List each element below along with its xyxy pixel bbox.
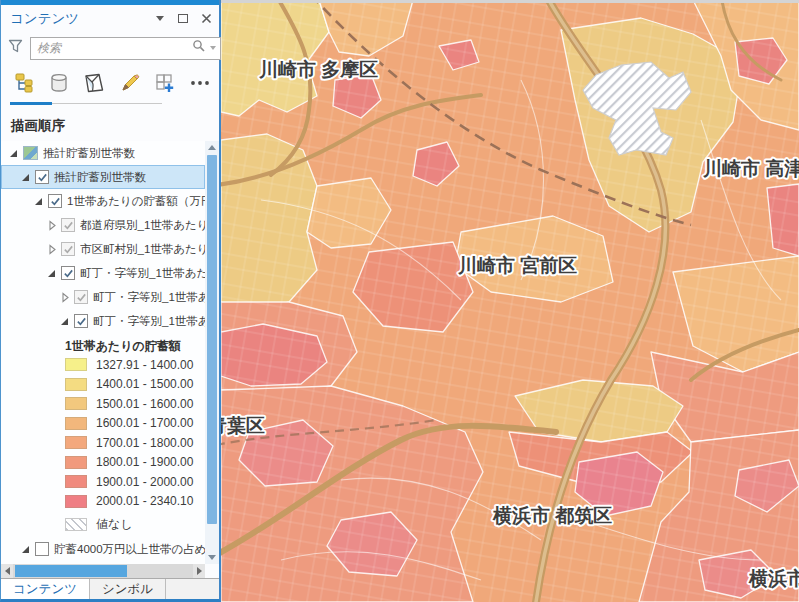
layer-label: 町丁・字等別_1世帯あたり (93, 314, 205, 329)
legend-swatch (65, 456, 87, 469)
layer-label: 町丁・字等別_1世帯あたりの (80, 266, 205, 281)
layer-checkbox[interactable] (35, 170, 49, 184)
layer-label: 推計貯蓄別世帯数 (43, 146, 135, 161)
expander-collapsed-icon[interactable] (45, 244, 58, 255)
legend-swatch (65, 436, 87, 449)
legend-label: 1700.01 - 1800.00 (96, 436, 193, 450)
legend-label: 1600.01 - 1700.00 (96, 416, 193, 430)
tree-row-district[interactable]: 町丁・字等別_1世帯あたりの (1, 261, 205, 285)
legend-label: 1500.01 - 1600.00 (96, 397, 193, 411)
map-svg[interactable]: 川崎市 多摩区 川崎市 高津区 川崎市 宮前区 横浜市 青葉区 横浜市 都筑区 … (221, 0, 799, 602)
legend-item: 1600.01 - 1700.00 (1, 414, 205, 434)
h-scrollbar-thumb[interactable] (15, 565, 127, 577)
legend-swatch (65, 378, 87, 391)
layer-checkbox-unchecked[interactable] (35, 542, 49, 556)
map-label-yokohama: 横浜市 (748, 568, 799, 589)
tree-vertical-scrollbar[interactable] (205, 141, 219, 564)
layer-label: 都道府県別_1世帯あたりの貯 (80, 218, 205, 233)
filter-icon[interactable] (8, 39, 23, 57)
layer-checkbox[interactable] (74, 314, 88, 328)
expander-expanded-icon[interactable] (19, 546, 32, 553)
map-label-tsuzuki: 横浜市 都筑区 (492, 505, 612, 526)
legend-item: 2000.01 - 2340.10 (1, 492, 205, 512)
map-top-border (221, 0, 799, 3)
legend-item: 1700.01 - 1800.00 (1, 433, 205, 453)
expander-expanded-icon[interactable] (19, 174, 32, 181)
layer-checkbox-disabled[interactable] (61, 242, 75, 256)
more-options-icon[interactable] (185, 68, 215, 99)
tree-row-district-a[interactable]: 町丁・字等別_1世帯あたり (1, 285, 205, 309)
tree-row-savings-40m[interactable]: 貯蓄4000万円以上世帯の占め (1, 537, 205, 561)
layer-tree: 推計貯蓄別世帯数 推計貯蓄別世帯数 1世帯あたりの貯蓄額（万円） (1, 141, 205, 564)
legend-label: 1900.01 - 2000.00 (96, 475, 193, 489)
contents-toolbar (1, 64, 219, 102)
search-dropdown-icon[interactable] (210, 46, 216, 50)
expander-expanded-icon[interactable] (7, 150, 20, 157)
scroll-down-icon[interactable] (205, 551, 219, 564)
expander-expanded-icon[interactable] (32, 198, 45, 205)
scroll-left-icon[interactable] (1, 564, 13, 578)
pane-title: コンテンツ (10, 10, 79, 28)
expander-expanded-icon[interactable] (45, 270, 58, 277)
tree-row-group-layer[interactable]: 推計貯蓄別世帯数 (1, 141, 205, 165)
scroll-right-icon[interactable] (193, 564, 205, 578)
tree-row-prefecture[interactable]: 都道府県別_1世帯あたりの貯 (1, 213, 205, 237)
layer-label: 市区町村別_1世帯あたりの貯 (80, 242, 205, 257)
legend-item: 1900.01 - 2000.00 (1, 472, 205, 492)
legend-title: 1世帯あたりの貯蓄額 (1, 333, 205, 355)
layer-label: 町丁・字等別_1世帯あたり (93, 290, 205, 305)
tree-row-layer-selected[interactable]: 推計貯蓄別世帯数 (1, 165, 205, 189)
layer-tree-area: 推計貯蓄別世帯数 推計貯蓄別世帯数 1世帯あたりの貯蓄額（万円） (1, 141, 219, 564)
tab-contents[interactable]: コンテンツ (1, 579, 90, 599)
horizontal-scrollbar[interactable] (1, 564, 205, 578)
tree-row-district-b[interactable]: 町丁・字等別_1世帯あたり (1, 309, 205, 333)
layer-checkbox-disabled[interactable] (74, 290, 88, 304)
drawing-order-header: 描画順序 (1, 109, 219, 141)
legend-swatch (65, 475, 87, 488)
h-scrollbar-track[interactable] (13, 564, 193, 578)
legend-label: 値なし (96, 516, 133, 533)
list-by-drawing-order-button[interactable] (9, 68, 39, 99)
layer-label: 貯蓄4000万円以上世帯の占め (54, 542, 205, 557)
legend-no-value-swatch (65, 518, 87, 531)
legend-item: 1400.01 - 1500.00 (1, 375, 205, 395)
legend-swatch (65, 397, 87, 410)
search-input[interactable] (37, 41, 192, 55)
tab-symbology[interactable]: シンボル (90, 579, 166, 599)
expander-collapsed-icon[interactable] (45, 220, 58, 231)
tree-row-field[interactable]: 1世帯あたりの貯蓄額（万円） (1, 189, 205, 213)
float-pane-icon[interactable] (176, 12, 190, 26)
list-by-snapping-button[interactable] (150, 68, 180, 99)
layer-checkbox[interactable] (48, 194, 62, 208)
map-label-aoba: 横浜市 青葉区 (221, 415, 265, 436)
layer-label: 推計貯蓄別世帯数 (54, 170, 146, 185)
layer-checkbox-disabled[interactable] (61, 218, 75, 232)
list-by-data-source-button[interactable] (44, 68, 74, 99)
tree-row-municipality[interactable]: 市区町村別_1世帯あたりの貯 (1, 237, 205, 261)
map-label-miyamae: 川崎市 宮前区 (457, 255, 577, 276)
legend-swatch (65, 495, 87, 508)
legend-swatch (65, 417, 87, 430)
map-thumbnail-icon (23, 146, 38, 160)
search-icon[interactable] (192, 39, 206, 57)
legend-swatch (65, 358, 87, 371)
expander-collapsed-icon[interactable] (58, 292, 71, 303)
list-by-selection-button[interactable] (79, 68, 109, 99)
expander-expanded-icon[interactable] (58, 318, 71, 325)
scrollbar-track[interactable] (205, 154, 219, 551)
scrollbar-thumb[interactable] (207, 155, 217, 524)
pane-titlebar: コンテンツ (1, 5, 219, 32)
pane-menu-icon[interactable] (153, 12, 167, 26)
layer-checkbox[interactable] (61, 266, 75, 280)
close-icon[interactable] (199, 12, 213, 26)
legend-item: 1500.01 - 1600.00 (1, 394, 205, 414)
arcgis-window: コンテンツ (0, 0, 799, 602)
list-by-editing-button[interactable] (115, 68, 145, 99)
search-row (1, 32, 219, 64)
map-view[interactable]: 川崎市 多摩区 川崎市 高津区 川崎市 宮前区 横浜市 青葉区 横浜市 都筑区 … (221, 0, 799, 602)
contents-pane: コンテンツ (0, 0, 221, 602)
legend-item-no-value: 値なし (1, 511, 205, 537)
search-box (30, 37, 221, 60)
scroll-up-icon[interactable] (205, 141, 219, 154)
layer-label: 1世帯あたりの貯蓄額（万円） (67, 194, 205, 209)
